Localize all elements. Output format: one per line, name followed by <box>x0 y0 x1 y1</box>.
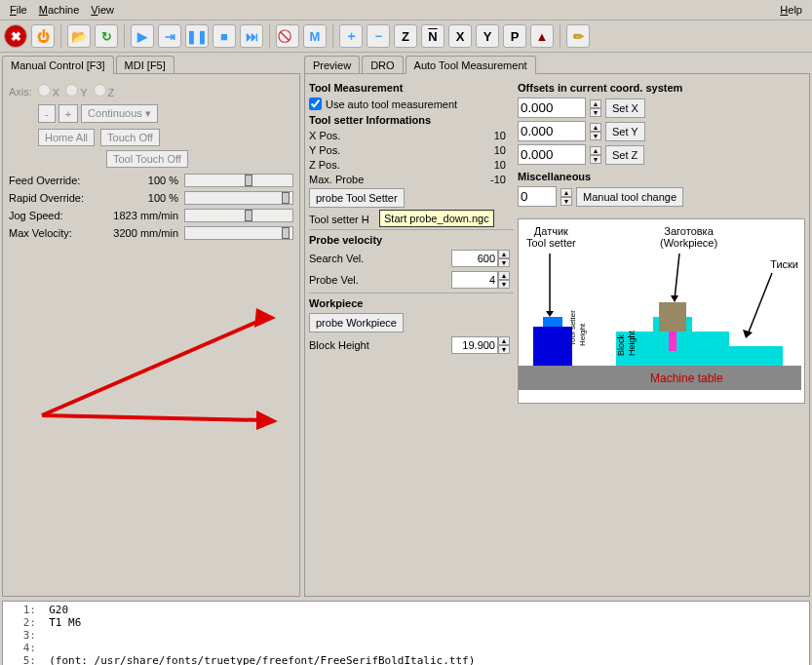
skip-icon[interactable]: ⏭ <box>240 24 263 48</box>
block-height-input[interactable] <box>451 336 498 354</box>
rapid-override-slider[interactable] <box>184 191 293 205</box>
view-z-icon[interactable]: Z <box>394 24 417 48</box>
set-z-button[interactable]: Set Z <box>605 145 644 165</box>
search-vel-up-icon[interactable]: ▲ <box>498 250 510 258</box>
svg-text:Tool setter: Tool setter <box>568 310 577 346</box>
stop-icon[interactable]: ■ <box>213 24 236 48</box>
feed-override-slider[interactable] <box>184 174 293 187</box>
search-vel-input[interactable] <box>451 250 498 267</box>
offsets-header: Offsets in current coord. system <box>518 82 805 94</box>
max-velocity-label: Max Velocity: <box>9 227 97 239</box>
view-x-icon[interactable]: X <box>448 24 472 48</box>
svg-rect-8 <box>669 332 677 351</box>
offset-x-input[interactable] <box>518 98 586 118</box>
probe-tool-setter-button[interactable]: probe Tool Setter <box>309 188 405 208</box>
probe-vel-input[interactable] <box>451 271 498 289</box>
jog-speed-value: 1823 mm/min <box>97 210 184 221</box>
manual-tool-change-button[interactable]: Manual tool change <box>576 187 683 207</box>
set-x-button[interactable]: Set X <box>605 98 645 118</box>
tool-number-input[interactable] <box>518 186 557 207</box>
tab-dro[interactable]: DRO <box>362 56 403 74</box>
search-vel-label: Search Vel. <box>309 253 364 264</box>
auto-tool-measure-label: Use auto tool measurement <box>326 98 457 110</box>
diag-table-label: Machine table <box>650 372 723 385</box>
offset-x-up-icon[interactable]: ▲ <box>590 99 601 108</box>
offset-y-up-icon[interactable]: ▲ <box>590 123 601 132</box>
probe-vel-up-icon[interactable]: ▲ <box>498 271 510 280</box>
tool-measurement-header: Tool Measurement <box>309 82 514 94</box>
rapid-override-value: 100 % <box>97 192 184 204</box>
offset-z-up-icon[interactable]: ▲ <box>590 146 601 155</box>
svg-rect-5 <box>690 332 729 366</box>
tool-setter-height-label: Tool setter H <box>309 214 369 225</box>
play-icon[interactable]: ▶ <box>131 24 154 48</box>
xpos-value: 10 <box>494 130 506 141</box>
tool-num-down-icon[interactable]: ▼ <box>561 197 572 206</box>
manual-control-panel: Axis: X Y Z - + Continuous ▾ Home All To… <box>2 73 300 597</box>
offset-y-down-icon[interactable]: ▼ <box>590 132 601 140</box>
reload-icon[interactable]: ↻ <box>95 24 118 48</box>
jog-plus-button[interactable]: + <box>58 104 78 123</box>
axis-z-radio[interactable]: Z <box>94 84 115 98</box>
clear-plot-icon[interactable]: ✏ <box>566 24 590 48</box>
block-height-down-icon[interactable]: ▼ <box>498 345 510 354</box>
misc-header: Miscellaneous <box>518 171 805 182</box>
cone-icon[interactable]: ▲ <box>530 24 554 48</box>
offset-z-input[interactable] <box>518 144 586 165</box>
tab-preview[interactable]: Preview <box>304 56 360 74</box>
menu-machine[interactable]: Machine <box>33 2 86 18</box>
pause-icon[interactable]: ❚❚ <box>185 24 209 48</box>
view-y-icon[interactable]: Y <box>476 24 499 48</box>
tab-manual-control[interactable]: Manual Control [F3] <box>2 56 114 74</box>
svg-rect-6 <box>729 346 783 366</box>
zoom-out-icon[interactable]: － <box>367 24 390 48</box>
menu-help[interactable]: Help <box>774 2 808 18</box>
gcode-listing[interactable]: 1: G20 2: T1 M6 3: 4: 5: (font: /usr/sha… <box>2 601 810 665</box>
svg-rect-7 <box>659 302 686 332</box>
ypos-label: Y Pos. <box>309 144 340 156</box>
svg-rect-2 <box>543 317 562 327</box>
block-height-up-icon[interactable]: ▲ <box>498 336 510 345</box>
svg-rect-1 <box>533 327 572 366</box>
estop-icon[interactable]: ✖ <box>4 24 27 48</box>
probe-vel-label: Probe Vel. <box>309 274 359 286</box>
feed-override-label: Feed Override: <box>9 175 97 186</box>
power-icon[interactable]: ⏻ <box>31 24 55 48</box>
tool-touch-off-button[interactable]: Tool Touch Off <box>106 150 188 168</box>
probe-vel-down-icon[interactable]: ▼ <box>498 280 510 289</box>
view-p-icon[interactable]: P <box>503 24 526 48</box>
set-y-button[interactable]: Set Y <box>605 122 645 141</box>
zoom-in-icon[interactable]: ＋ <box>339 24 363 48</box>
block-skip-icon[interactable]: ⃠ <box>276 24 299 48</box>
tab-mdi[interactable]: MDI [F5] <box>116 56 174 74</box>
search-vel-down-icon[interactable]: ▼ <box>498 258 510 267</box>
step-icon[interactable]: ⇥ <box>158 24 181 48</box>
open-icon[interactable]: 📂 <box>67 24 91 48</box>
offset-x-down-icon[interactable]: ▼ <box>590 108 601 117</box>
jog-speed-label: Jog Speed: <box>9 210 97 221</box>
workpiece-header: Workpiece <box>309 297 514 309</box>
offset-z-down-icon[interactable]: ▼ <box>590 155 601 164</box>
svg-text:Block: Block <box>616 333 626 356</box>
menu-file[interactable]: File <box>4 2 33 18</box>
view-n-icon[interactable]: N <box>421 24 445 48</box>
ypos-value: 10 <box>494 144 506 156</box>
jog-speed-slider[interactable] <box>184 209 293 222</box>
max-velocity-slider[interactable] <box>184 226 293 240</box>
tab-auto-tool-measurement[interactable]: Auto Tool Measurement <box>406 56 536 74</box>
probe-workpiece-button[interactable]: probe Workpiece <box>309 313 404 332</box>
menu-view[interactable]: View <box>85 2 120 18</box>
auto-tool-measure-checkbox[interactable] <box>309 98 322 110</box>
axis-y-radio[interactable]: Y <box>65 84 87 98</box>
touch-off-button[interactable]: Touch Off <box>100 129 160 146</box>
jog-minus-button[interactable]: - <box>38 104 56 123</box>
probe-velocity-header: Probe velocity <box>309 234 514 246</box>
xpos-label: X Pos. <box>309 130 340 141</box>
tool-num-up-icon[interactable]: ▲ <box>561 188 572 197</box>
axis-x-radio[interactable]: X <box>38 84 59 98</box>
jog-mode-dropdown[interactable]: Continuous ▾ <box>81 104 158 123</box>
zpos-label: Z Pos. <box>309 159 340 171</box>
offset-y-input[interactable] <box>518 121 586 141</box>
home-all-button[interactable]: Home All <box>38 129 95 146</box>
optional-stop-icon[interactable]: M <box>303 24 327 48</box>
